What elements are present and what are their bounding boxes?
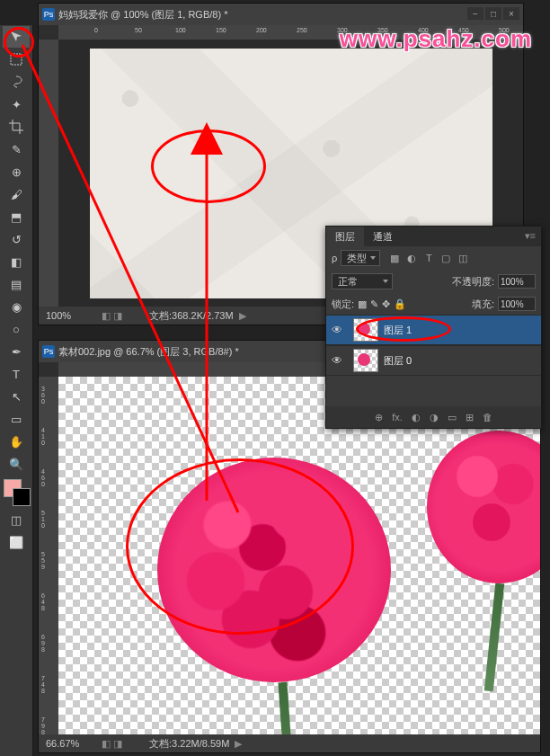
ps-icon: Ps xyxy=(42,345,55,358)
doc2-docinfo: 文档:3.22M/8.59M xyxy=(122,737,229,751)
layer-thumbnail[interactable] xyxy=(353,349,378,372)
layer-name[interactable]: 图层 1 xyxy=(384,324,541,337)
panel-menu-icon[interactable]: ▾≡ xyxy=(519,227,541,246)
blend-mode-dropdown[interactable]: 正常 xyxy=(332,273,393,289)
eyedropper-tool[interactable]: ✎ xyxy=(3,138,30,160)
visibility-icon[interactable]: 👁 xyxy=(326,354,348,367)
doc1-titlebar[interactable]: Ps 妈妈我爱你 @ 100% (图层 1, RGB/8) * − □ × xyxy=(39,4,523,25)
dodge-tool[interactable]: ○ xyxy=(3,318,30,340)
doc2-title: 素材002.jpg @ 66.7% (图层 3, RGB/8#) * xyxy=(58,345,239,359)
opacity-label: 不透明度: xyxy=(452,275,494,289)
group-icon[interactable]: ▭ xyxy=(448,412,457,423)
path-tool[interactable]: ↖ xyxy=(3,386,30,407)
filter-smart-icon[interactable]: ◫ xyxy=(456,251,470,265)
lock-position-icon[interactable]: ✥ xyxy=(382,298,390,310)
maximize-button[interactable]: □ xyxy=(485,7,501,20)
tab-layers[interactable]: 图层 xyxy=(326,227,364,246)
crop-tool[interactable] xyxy=(3,116,30,138)
lock-all-icon[interactable]: 🔒 xyxy=(394,298,406,310)
type-tool[interactable]: T xyxy=(3,363,30,385)
wand-tool[interactable]: ✦ xyxy=(3,93,30,115)
lock-brush-icon[interactable]: ✎ xyxy=(370,298,378,310)
doc2-statusbar: 66.67% ◧ ◨ 文档:3.22M/8.59M ▶ xyxy=(39,734,540,752)
delete-layer-icon[interactable]: 🗑 xyxy=(483,412,492,422)
layer-name[interactable]: 图层 0 xyxy=(384,354,541,368)
new-layer-icon[interactable]: ⊞ xyxy=(466,412,474,423)
doc2-zoom[interactable]: 66.67% xyxy=(39,738,102,749)
status-icons: ◧ ◨ xyxy=(102,310,122,322)
brush-tool[interactable]: 🖌 xyxy=(3,183,30,205)
link-layers-icon[interactable]: ⊕ xyxy=(375,412,383,423)
ps-icon: Ps xyxy=(42,8,55,21)
blur-tool[interactable]: ◉ xyxy=(3,296,30,317)
layer-item-0[interactable]: 👁 图层 0 xyxy=(326,345,541,376)
doc1-ruler-vertical[interactable] xyxy=(39,40,58,307)
adjustment-layer-icon[interactable]: ◑ xyxy=(430,412,439,423)
history-brush-tool[interactable]: ↺ xyxy=(3,228,30,250)
flower-big xyxy=(148,449,427,727)
filter-pixel-icon[interactable]: ▩ xyxy=(387,251,402,265)
lasso-tool[interactable] xyxy=(3,71,30,93)
stamp-tool[interactable]: ⬒ xyxy=(3,206,30,227)
flower-stem xyxy=(484,583,504,691)
doc1-title: 妈妈我爱你 @ 100% (图层 1, RGB/8) * xyxy=(58,8,227,22)
layers-footer: ⊕ fx. ◐ ◑ ▭ ⊞ 🗑 xyxy=(326,406,541,428)
tools-panel: ✦ ✎ ⊕ 🖌 ⬒ ↺ ◧ ▤ ◉ ○ ✒ T ↖ ▭ ✋ 🔍 ◫ ⬜ xyxy=(0,25,33,756)
eraser-tool[interactable]: ◧ xyxy=(3,251,30,272)
layer-mask-icon[interactable]: ◐ xyxy=(412,412,421,423)
svg-rect-0 xyxy=(11,54,22,65)
lock-transparency-icon[interactable]: ▩ xyxy=(358,298,367,310)
doc2-arrow-icon[interactable]: ▶ xyxy=(235,738,242,750)
layer-fx-icon[interactable]: fx. xyxy=(392,412,403,422)
watermark-text: www.psahz.com xyxy=(340,25,532,53)
filter-icon[interactable]: ρ xyxy=(332,253,337,263)
flower-small xyxy=(418,431,540,628)
doc2-canvas[interactable] xyxy=(58,377,540,734)
minimize-button[interactable]: − xyxy=(467,7,483,20)
color-swatches[interactable] xyxy=(2,477,31,506)
layer-thumbnail[interactable] xyxy=(353,318,378,342)
filter-type-icon[interactable]: T xyxy=(421,251,436,265)
quickmask-icon[interactable]: ◫ xyxy=(3,509,30,530)
fill-label: 填充: xyxy=(472,298,494,311)
flower-stem xyxy=(278,682,297,734)
flower-bloom xyxy=(427,431,540,583)
layer-item-1[interactable]: 👁 图层 1 xyxy=(326,315,541,345)
flower-bloom xyxy=(157,458,391,682)
tab-channels[interactable]: 通道 xyxy=(364,227,402,246)
layer-list: 👁 图层 1 👁 图层 0 xyxy=(326,315,541,376)
doc2-ruler-vertical[interactable]: 360410460510559648698748798 xyxy=(39,377,58,734)
shape-tool[interactable]: ▭ xyxy=(3,408,30,430)
close-button[interactable]: × xyxy=(503,7,519,20)
opacity-input[interactable]: 100% xyxy=(498,274,536,289)
visibility-icon[interactable]: 👁 xyxy=(326,324,348,336)
pen-tool[interactable]: ✒ xyxy=(3,341,30,362)
filter-adjust-icon[interactable]: ◐ xyxy=(404,251,419,265)
doc1-zoom[interactable]: 100% xyxy=(39,310,102,321)
filter-icons[interactable]: ▩ ◐ T ▢ ◫ xyxy=(387,251,470,265)
move-tool[interactable] xyxy=(3,26,30,48)
panel-tabs: 图层 通道 ▾≡ xyxy=(326,227,541,246)
filter-shape-icon[interactable]: ▢ xyxy=(439,251,453,265)
status-icons: ◧ ◨ xyxy=(102,738,122,750)
doc1-docinfo: 文档:368.2K/2.73M xyxy=(122,309,234,323)
doc1-arrow-icon[interactable]: ▶ xyxy=(239,310,246,322)
gradient-tool[interactable]: ▤ xyxy=(3,273,30,295)
healing-tool[interactable]: ⊕ xyxy=(3,161,30,182)
screenmode-icon[interactable]: ⬜ xyxy=(3,531,30,553)
zoom-tool[interactable]: 🔍 xyxy=(3,453,30,475)
marquee-tool[interactable] xyxy=(3,49,30,70)
filter-kind-dropdown[interactable]: 类型 xyxy=(341,250,380,266)
lock-label: 锁定: xyxy=(332,298,354,311)
hand-tool[interactable]: ✋ xyxy=(3,431,30,452)
layers-panel: 图层 通道 ▾≡ ρ 类型 ▩ ◐ T ▢ ◫ 正常 不透明度: 100% 锁定… xyxy=(325,226,542,429)
background-color[interactable] xyxy=(13,488,31,506)
fill-input[interactable]: 100% xyxy=(498,297,536,311)
